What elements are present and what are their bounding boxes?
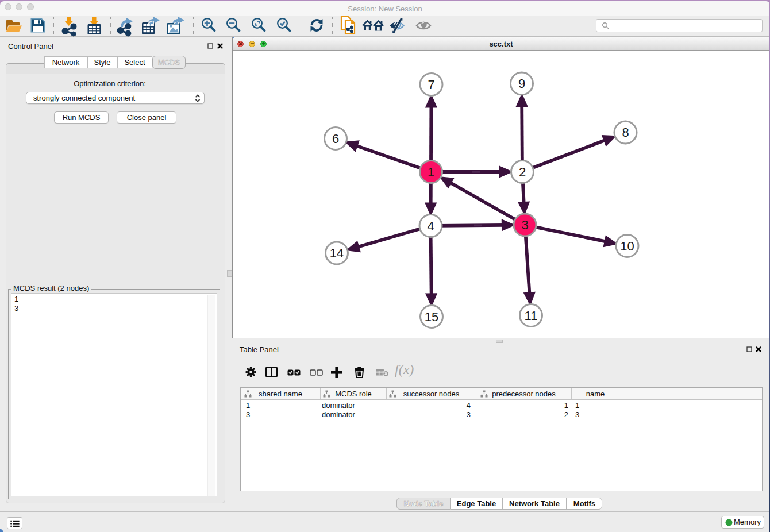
svg-text:6: 6	[332, 132, 339, 146]
svg-text:2: 2	[519, 165, 526, 179]
svg-text:11: 11	[525, 309, 538, 323]
svg-text:3: 3	[521, 218, 528, 232]
svg-text:8: 8	[622, 125, 629, 140]
svg-text:15: 15	[425, 310, 438, 324]
svg-text:4: 4	[427, 219, 434, 233]
svg-text:7: 7	[428, 78, 434, 92]
svg-text:9: 9	[518, 76, 525, 91]
svg-text:10: 10	[620, 239, 634, 253]
svg-text:14: 14	[330, 246, 344, 260]
svg-text:1: 1	[428, 165, 434, 179]
